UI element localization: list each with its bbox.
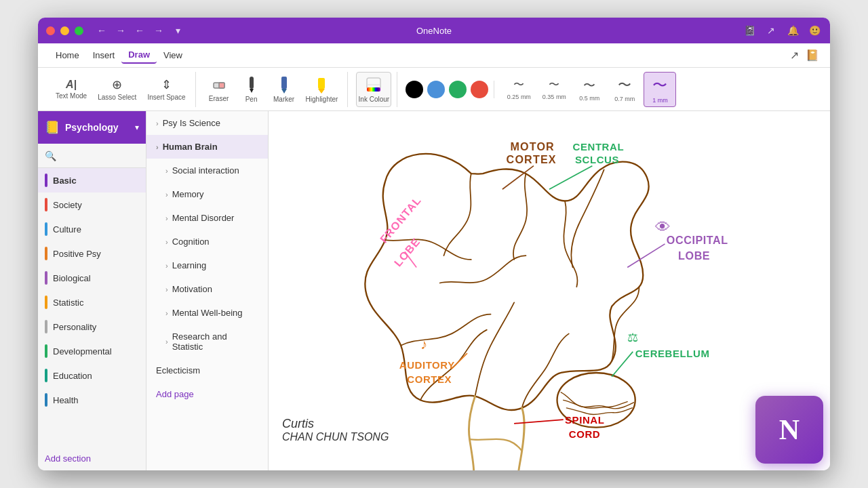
add-section-button[interactable]: Add section [38,447,146,470]
page-chevron-social: › [165,167,168,175]
eraser-icon [212,77,226,95]
menu-view[interactable]: View [157,47,189,63]
toolbar-inkcolor-group: Ink Colour [351,72,397,107]
page-label-eclecticism: Eclecticism [156,365,200,375]
pen-button[interactable]: Pen [237,72,267,107]
page-item-mental-disorder[interactable]: › Mental Disorder [146,206,268,230]
page-item-learning[interactable]: › Learning [146,253,268,277]
close-button[interactable] [46,26,55,35]
svg-text:SPINAL: SPINAL [565,414,604,426]
svg-text:CORTEX: CORTEX [507,153,557,165]
account-icon[interactable]: 🙂 [807,23,822,38]
menubar-right: ↗ 📔 [790,49,819,62]
highlighter-button[interactable]: Highlighter [302,72,342,107]
svg-marker-7 [318,89,325,94]
color-red[interactable] [471,81,488,98]
sidebar-item-education[interactable]: Education [38,363,146,388]
lasso-icon: ⊕ [112,77,122,92]
page-item-mental-wellbeing[interactable]: › Mental Well-being [146,301,268,325]
sidebar-item-health[interactable]: Health [38,388,146,412]
section-bar-health [45,393,47,407]
page-label-learning: Learning [172,260,207,270]
eraser-button[interactable]: Eraser [204,72,234,107]
section-bar-positive-psy [45,247,47,260]
dropdown-button[interactable]: ▾ [170,23,185,38]
svg-line-24 [627,244,665,268]
svg-marker-5 [281,89,287,94]
pen-icon [244,75,259,96]
page-item-memory[interactable]: › Memory [146,182,268,206]
menubar-info-icon[interactable]: 📔 [806,49,819,62]
page-label-social-interaction: Social interaction [172,165,239,176]
size-05-button[interactable]: 〜 0.5 mm [573,72,606,107]
forward2-button[interactable]: → [151,23,166,38]
bell-icon[interactable]: 🔔 [785,23,800,38]
sidebar-search[interactable]: 🔍 [38,144,146,168]
canvas[interactable]: MOTOR CORTEX CENTRAL SCLCUS FRONTAL LOBE… [269,111,830,470]
sidebar-item-biological[interactable]: Biological [38,266,146,290]
text-mode-button[interactable]: A| Text Mode [52,72,91,107]
lasso-select-button[interactable]: ⊕ Lasso Select [94,72,140,107]
size-07-label: 0.7 mm [614,96,635,102]
svg-text:👁: 👁 [655,218,671,236]
insert-space-button[interactable]: ⇕ Insert Space [143,72,189,107]
page-item-psy-science[interactable]: › Psy Is Science [146,111,268,135]
size-05-wave: 〜 [583,77,595,94]
notebook-chevron-icon[interactable]: ▾ [135,123,139,132]
marker-button[interactable]: Marker [269,72,299,107]
toolbar-sizes-group: 〜 0.25 mm 〜 0.35 mm 〜 0.5 mm 〜 0.7 mm 〜 … [497,72,682,107]
share-icon[interactable]: ↗ [764,23,778,38]
page-item-human-brain[interactable]: › Human Brain [146,135,268,159]
marker-icon [277,75,292,96]
page-item-social-interaction[interactable]: › Social interaction [146,159,268,182]
page-chevron-mental-disorder: › [165,214,168,222]
page-chevron-learning: › [165,262,168,270]
ink-colour-label: Ink Colour [359,96,390,103]
ink-colour-button[interactable]: Ink Colour [356,72,391,107]
add-page-button[interactable]: Add page [146,382,268,406]
sidebar-item-personality[interactable]: Personality [38,314,146,339]
sidebar-item-basic[interactable]: Basic [38,168,146,192]
lasso-label: Lasso Select [98,94,136,101]
insert-space-label: Insert Space [147,94,185,101]
maximize-button[interactable] [75,26,83,35]
svg-rect-10 [367,87,380,92]
minimize-button[interactable] [60,26,69,35]
color-blue[interactable] [427,81,445,98]
svg-marker-3 [250,89,254,93]
sidebar-item-culture[interactable]: Culture [38,217,146,241]
page-item-research-statistic[interactable]: › Research and Statistic [146,325,268,359]
svg-text:⚖: ⚖ [627,330,638,344]
back-button[interactable]: ← [94,23,109,38]
menu-insert[interactable]: Insert [86,47,122,63]
size-07-button[interactable]: 〜 0.7 mm [608,72,641,107]
page-item-cognition[interactable]: › Cognition [146,230,268,253]
page-item-motivation[interactable]: › Motivation [146,277,268,301]
back2-button[interactable]: ← [132,23,147,38]
size-025-button[interactable]: 〜 0.25 mm [502,72,535,107]
svg-text:CENTRAL: CENTRAL [573,141,625,152]
sidebar-item-society[interactable]: Society [38,192,146,217]
size-07-wave: 〜 [618,76,631,94]
main-content: 📒 Psychology ▾ 🔍 Basic Society [38,111,830,470]
size-035-button[interactable]: 〜 0.35 mm [538,72,570,107]
page-item-eclecticism[interactable]: Eclecticism [146,359,268,382]
size-1-button[interactable]: 〜 1 mm [644,72,676,107]
menu-draw[interactable]: Draw [121,47,157,64]
section-bar-culture [45,222,47,236]
menubar-share-icon[interactable]: ↗ [790,49,799,62]
section-bar-biological [45,271,47,285]
sidebar-item-positive-psy[interactable]: Positive Psy [38,241,146,266]
menu-home[interactable]: Home [49,47,86,63]
forward-button[interactable]: → [113,23,128,38]
size-025-label: 0.25 mm [507,94,531,100]
svg-text:CEREBELLUM: CEREBELLUM [635,348,710,359]
sidebar-item-statistic[interactable]: Statistic [38,290,146,314]
section-bar-personality [45,320,47,333]
notebook-icon: 📓 [742,23,757,38]
color-black[interactable] [406,81,423,98]
color-green[interactable] [449,81,467,98]
onenote-badge: N [755,396,823,464]
sidebar-item-label-developmental: Developmental [53,346,112,357]
sidebar-item-developmental[interactable]: Developmental [38,339,146,363]
